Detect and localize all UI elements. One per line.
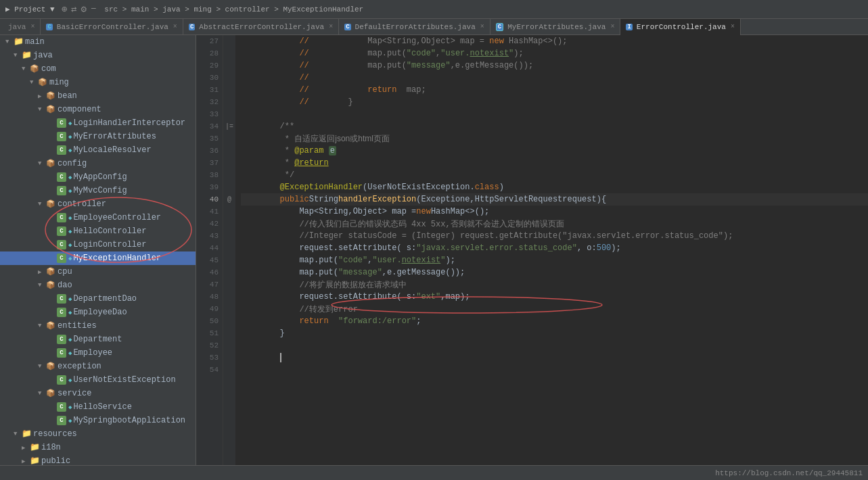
- sidebar-item-my-error-attrs[interactable]: C ◆ MyErrorAttributes: [0, 130, 196, 143]
- sidebar-item-ming[interactable]: ▼ 📦 ming: [0, 76, 196, 89]
- gutter-53: [223, 352, 235, 364]
- line-num-29: 29: [196, 59, 223, 72]
- class-icon-hello-service: C: [57, 402, 66, 412]
- sidebar-item-java[interactable]: ▼ 📁 java: [0, 49, 196, 62]
- sidebar-item-entities[interactable]: ▼ 📦 entities: [0, 319, 196, 333]
- sidebar-item-service[interactable]: ▼ 📦 service: [0, 387, 196, 400]
- sidebar-item-resources[interactable]: ▼ 📁 resources: [0, 427, 196, 441]
- sidebar-item-hello-controller[interactable]: C ◆ HelloController: [0, 224, 196, 238]
- sidebar-label-my-mvc-config: MyMvcConfig: [73, 186, 127, 195]
- class-icon-login-ctrl: C: [57, 240, 66, 249]
- code-content[interactable]: // Map<String,Object> map = new HashMap<…: [235, 35, 868, 465]
- package-icon-ming: 📦: [38, 78, 47, 87]
- sidebar-label-my-error-attrs: MyErrorAttributes: [73, 132, 156, 141]
- tab-abstract-close[interactable]: ×: [329, 23, 333, 30]
- expand-arrow-main: ▼: [5, 39, 14, 45]
- project-title: ▶ Project ▼: [5, 5, 55, 14]
- package-icon-exception: 📦: [46, 362, 55, 371]
- sidebar-label-dao: dao: [58, 281, 72, 290]
- gutter-52: [223, 339, 235, 352]
- sidebar-label-main: main: [25, 37, 45, 47]
- sidebar-item-component[interactable]: ▼ 📦 component: [0, 103, 196, 116]
- tab-my-error-close[interactable]: ×: [610, 23, 614, 30]
- code-line-53: [241, 352, 868, 364]
- gutter-33: [223, 108, 235, 120]
- sync-icon[interactable]: ⇄: [71, 3, 76, 15]
- settings-icon[interactable]: ⚙: [81, 3, 87, 15]
- sidebar-item-department-dao[interactable]: C ◆ DepartmentDao: [0, 292, 196, 306]
- sidebar-item-employee-controller[interactable]: C ◆ EmployeeController: [0, 211, 196, 224]
- sidebar-label-public: public: [41, 456, 70, 465]
- class-icon-dept: C: [57, 335, 66, 344]
- sidebar-item-user-not-exist[interactable]: C ◆ UserNotExistException: [0, 373, 196, 387]
- tab-basic-error[interactable]: C BasicErrorController.java ×: [41, 19, 183, 35]
- sidebar-item-login-controller[interactable]: C ◆ LoginController: [0, 238, 196, 251]
- sidebar-label-cpu: cpu: [58, 267, 72, 277]
- sidebar-item-login-interceptor[interactable]: C ◆ LoginHandlerInterceptor: [0, 116, 196, 130]
- line-num-36: 36: [196, 145, 223, 157]
- sidebar-item-controller[interactable]: ▼ 📦 controller: [0, 197, 196, 211]
- code-line-28: // map.put("code","user.notexist");: [241, 47, 868, 59]
- tab-error-controller[interactable]: I ErrorController.java ×: [620, 19, 740, 35]
- sidebar-label-java: java: [33, 51, 53, 60]
- class-icon-my-mvc-config: C: [57, 186, 66, 195]
- folder-icon-i18n: 📁: [30, 443, 39, 452]
- sidebar-item-dao[interactable]: ▼ 📦 dao: [0, 279, 196, 292]
- sidebar-item-com[interactable]: ▼ 📦 com: [0, 62, 196, 76]
- class-icon-my-locale: C: [57, 145, 66, 155]
- sidebar-item-myspringboot-app[interactable]: C ◆ MySpringbootApplication: [0, 414, 196, 427]
- gutter-42: [223, 218, 235, 230]
- sidebar-label-hello-ctrl: HelloController: [73, 226, 146, 236]
- sidebar-item-my-exception-handler[interactable]: C ◆ MyExceptionHandler: [0, 251, 196, 265]
- line-num-54: 54: [196, 364, 223, 376]
- sidebar-item-cpu[interactable]: ▶ 📦 cpu: [0, 265, 196, 279]
- sidebar-label-bean: bean: [58, 91, 77, 101]
- code-line-34: /**: [241, 120, 868, 133]
- expand-arrow-ming: ▼: [30, 79, 38, 86]
- sidebar-item-i18n[interactable]: ▶ 📁 i18n: [0, 441, 196, 454]
- sidebar-item-my-app-config[interactable]: C ◆ MyAppConfig: [0, 170, 196, 184]
- sidebar-label-my-app-config: MyAppConfig: [73, 172, 127, 182]
- code-line-41: Map<String,Object> map = new HashMap<>()…: [241, 206, 868, 218]
- gutter-48: [223, 291, 235, 303]
- code-line-35: * 自适应返回json或html页面: [241, 133, 868, 145]
- line-num-41: 41: [196, 206, 223, 218]
- tab-abstract-error[interactable]: C AbstractErrorController.java ×: [183, 19, 339, 35]
- sidebar-item-employee[interactable]: C ◆ Employee: [0, 346, 196, 360]
- locate-icon[interactable]: ⊕: [62, 3, 67, 15]
- minus-icon[interactable]: −: [91, 3, 96, 15]
- sidebar-item-bean[interactable]: ▶ 📦 bean: [0, 89, 196, 103]
- tab-java[interactable]: java ×: [3, 19, 41, 35]
- sidebar-item-department[interactable]: C ◆ Department: [0, 333, 196, 346]
- tab-error-controller-close[interactable]: ×: [731, 23, 735, 30]
- package-icon-com: 📦: [30, 64, 39, 74]
- expand-arrow-dao: ▼: [38, 282, 46, 289]
- access-badge-unexist: ◆: [68, 377, 72, 384]
- tab-bar: java × C BasicErrorController.java × C A…: [0, 19, 868, 35]
- sidebar-item-employee-dao[interactable]: C ◆ EmployeeDao: [0, 306, 196, 319]
- sidebar-item-config[interactable]: ▼ 📦 config: [0, 157, 196, 170]
- code-line-33: [241, 108, 868, 120]
- code-line-50: return "forward:/error";: [241, 315, 868, 327]
- access-badge-locale: ◆: [68, 147, 72, 154]
- tab-default-error[interactable]: C DefaultErrorAttributes.java ×: [339, 19, 490, 35]
- tab-basic-close[interactable]: ×: [173, 23, 177, 30]
- tab-default-close[interactable]: ×: [480, 23, 484, 30]
- gutter-44: [223, 242, 235, 254]
- tab-java-label: java: [8, 23, 26, 31]
- sidebar-item-main[interactable]: ▼ 📁 main: [0, 35, 196, 49]
- sidebar-item-hello-service[interactable]: C ◆ HelloService: [0, 400, 196, 414]
- sidebar-item-public[interactable]: ▶ 📁 public: [0, 454, 196, 465]
- gutter-36: [223, 145, 235, 157]
- sidebar-item-exception[interactable]: ▼ 📦 exception: [0, 360, 196, 373]
- sidebar-item-my-mvc-config[interactable]: C ◆ MyMvcConfig: [0, 184, 196, 197]
- line-num-44: 44: [196, 242, 223, 254]
- sidebar-item-my-locale[interactable]: C ◆ MyLocaleResolver: [0, 143, 196, 157]
- gutter-32: [223, 96, 235, 108]
- code-line-38: */: [241, 169, 868, 181]
- tab-my-error[interactable]: C MyErrorAttributes.java ×: [490, 19, 621, 35]
- class-icon-dept-dao: C: [57, 294, 66, 304]
- gutter-37: [223, 157, 235, 169]
- gutter-35: [223, 133, 235, 145]
- gutter-54: [223, 364, 235, 376]
